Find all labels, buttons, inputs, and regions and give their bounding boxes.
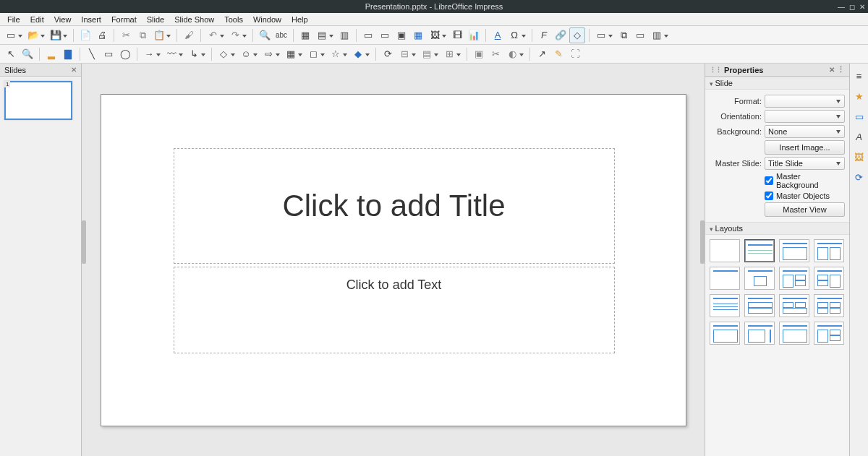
connectors-tool[interactable]: ↳: [186, 46, 202, 62]
print-button[interactable]: 🖨: [94, 27, 110, 43]
export-pdf-button[interactable]: 📄: [77, 27, 93, 43]
sidebar-tab-properties[interactable]: ≡: [853, 69, 866, 82]
copy-button[interactable]: ⧉: [135, 27, 150, 43]
3d-objects-tool[interactable]: ◆: [350, 46, 366, 62]
symbol-shapes-tool[interactable]: ☺: [238, 46, 254, 62]
master-view-btn[interactable]: Master View: [765, 202, 845, 217]
sidebar-tab-animation[interactable]: ▭: [853, 110, 866, 123]
layout-title-content[interactable]: [744, 239, 775, 262]
slide-canvas[interactable]: Click to add Title Click to add Text: [101, 94, 686, 426]
start-first-button[interactable]: ▭: [377, 27, 393, 43]
curves-polygons-tool[interactable]: 〰: [163, 46, 179, 62]
master-background-check[interactable]: Master Background: [765, 172, 845, 189]
menu-insert[interactable]: Insert: [77, 14, 106, 25]
extrusion-button[interactable]: ⛶: [567, 46, 583, 62]
layout-4content[interactable]: [779, 294, 809, 317]
ellipse-tool[interactable]: ◯: [117, 46, 133, 62]
sidebar-tab-gallery[interactable]: 🖼: [853, 150, 866, 163]
insert-av-button[interactable]: 🎞: [449, 27, 465, 43]
insert-special-char-button[interactable]: Ω: [506, 27, 522, 43]
master-slide-button[interactable]: ▭: [360, 27, 376, 43]
layout-v-2[interactable]: [744, 322, 775, 345]
rectangle-tool[interactable]: ▭: [101, 46, 116, 62]
master-objects-check[interactable]: Master Objects: [765, 192, 845, 200]
slide-thumbnail-1[interactable]: 1: [4, 81, 72, 120]
layout-list[interactable]: [710, 294, 740, 317]
master-slide-combo[interactable]: Title Slide: [765, 157, 845, 170]
layout-2content[interactable]: [814, 239, 844, 262]
format-combo[interactable]: [765, 95, 845, 108]
paste-button[interactable]: 📋: [151, 27, 167, 43]
redo-button[interactable]: ↷: [227, 27, 243, 43]
lines-arrows-tool[interactable]: →: [141, 46, 157, 62]
find-replace-button[interactable]: 🔍: [257, 27, 273, 43]
panel-grip-icon[interactable]: ⋮⋮: [710, 66, 721, 74]
open-button[interactable]: 📂: [25, 27, 41, 43]
block-arrows-tool[interactable]: ⇨: [260, 46, 276, 62]
insert-image-btn[interactable]: Insert Image...: [765, 140, 845, 155]
slide-section-header[interactable]: Slide: [705, 77, 849, 90]
slide-panel-close-icon[interactable]: ✕: [71, 66, 77, 74]
insert-hyperlink-button[interactable]: 🔗: [553, 27, 569, 43]
start-current-button[interactable]: ▣: [393, 27, 409, 43]
show-draw-functions-button[interactable]: ◇: [569, 27, 585, 43]
rotate-tool[interactable]: ⟳: [380, 46, 396, 62]
layout-title-only[interactable]: [710, 267, 740, 290]
right-scroll-grip[interactable]: [700, 220, 705, 264]
menu-view[interactable]: View: [50, 14, 76, 25]
title-placeholder[interactable]: Click to add Title: [174, 148, 615, 264]
new-document-button[interactable]: ▭: [3, 27, 19, 43]
sidebar-tab-slide-transition[interactable]: ★: [853, 90, 866, 103]
shadow-button[interactable]: ▣: [471, 46, 487, 62]
layouts-section-header[interactable]: Layouts: [705, 222, 849, 235]
zoom-pan-tool[interactable]: 🔍: [20, 46, 35, 62]
orientation-combo[interactable]: [765, 110, 845, 123]
window-minimize-icon[interactable]: —: [838, 3, 845, 11]
insert-image-button[interactable]: 🖼: [427, 27, 443, 43]
new-slide-button[interactable]: ▭: [593, 27, 609, 43]
arrange-button[interactable]: ▤: [419, 46, 435, 62]
align-objects-button[interactable]: ⊟: [396, 46, 412, 62]
stars-banners-tool[interactable]: ☆: [328, 46, 344, 62]
sidebar-tab-master-slides[interactable]: A: [853, 130, 866, 143]
left-scroll-grip[interactable]: [82, 220, 86, 264]
layout-v-4[interactable]: [814, 322, 844, 345]
window-maximize-icon[interactable]: ◻: [849, 3, 855, 11]
select-tool[interactable]: ↖: [3, 46, 19, 62]
fill-color-button[interactable]: ▇: [60, 46, 76, 62]
flowchart-tool[interactable]: ▦: [283, 46, 299, 62]
sidebar-tab-navigator[interactable]: ⟳: [853, 171, 866, 184]
background-combo[interactable]: None: [765, 125, 845, 138]
undo-button[interactable]: ↶: [205, 27, 221, 43]
menu-format[interactable]: Format: [107, 14, 141, 25]
insert-chart-button[interactable]: 📊: [466, 27, 482, 43]
menu-slide[interactable]: Slide: [142, 14, 169, 25]
text-placeholder[interactable]: Click to add Text: [174, 267, 615, 353]
cut-button[interactable]: ✂: [118, 27, 134, 43]
line-tool[interactable]: ╲: [84, 46, 100, 62]
callouts-tool[interactable]: ◻: [305, 46, 321, 62]
spellcheck-button[interactable]: abc: [273, 27, 289, 43]
layout-v-title[interactable]: [710, 322, 740, 345]
display-views-button[interactable]: ▥: [336, 27, 352, 43]
line-color-button[interactable]: ▂: [43, 46, 59, 62]
layout-title-2content[interactable]: [779, 239, 809, 262]
save-button[interactable]: 💾: [48, 27, 64, 43]
layout-3row[interactable]: [814, 267, 844, 290]
display-grid-button[interactable]: ▦: [297, 27, 313, 43]
snap-guides-button[interactable]: ▤: [314, 27, 330, 43]
menu-tools[interactable]: Tools: [220, 14, 247, 25]
layout-3col[interactable]: [779, 267, 809, 290]
crop-image-button[interactable]: ✂: [488, 46, 503, 62]
window-close-icon[interactable]: ✕: [859, 3, 865, 11]
gluepoints-button[interactable]: ✎: [550, 46, 566, 62]
points-edit-button[interactable]: ↗: [534, 46, 550, 62]
insert-fontwork-button[interactable]: F: [536, 27, 552, 43]
duplicate-slide-button[interactable]: ⧉: [616, 27, 631, 43]
menu-slideshow[interactable]: Slide Show: [170, 14, 218, 25]
properties-menu-icon[interactable]: ⋮: [837, 65, 845, 74]
clone-format-button[interactable]: 🖌: [181, 27, 197, 43]
filter-button[interactable]: ◐: [504, 46, 520, 62]
menu-edit[interactable]: Edit: [26, 14, 48, 25]
slide-layout-button[interactable]: ▥: [649, 27, 665, 43]
